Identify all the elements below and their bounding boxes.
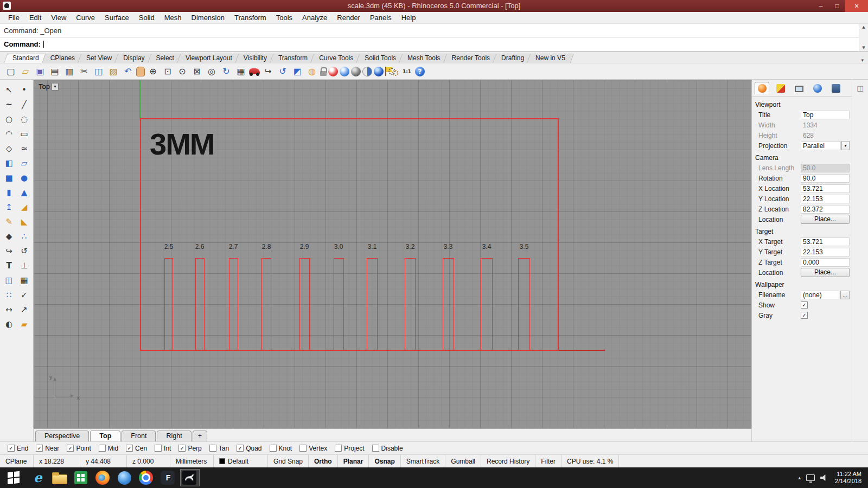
ghosted-display-icon[interactable] [351, 67, 361, 76]
leader-icon[interactable]: ↗ [17, 302, 32, 317]
scroll-up-icon[interactable]: ▲ [862, 25, 865, 29]
rotate-view-icon[interactable]: ↻ [220, 65, 233, 79]
osnap-mid[interactable]: Mid [99, 445, 118, 452]
command-input[interactable]: Command: [0, 38, 868, 51]
internet-explorer-icon[interactable]: e [28, 469, 48, 486]
options-gears-icon[interactable] [388, 66, 399, 77]
field-x-location[interactable]: 53.721 [801, 184, 850, 193]
fillet-icon[interactable]: ◢ [17, 200, 32, 214]
cplane-tool-icon[interactable]: ⊥ [17, 258, 32, 273]
status-ortho[interactable]: Ortho [309, 455, 338, 467]
field-projection[interactable]: Parallel [801, 142, 841, 150]
toolbar-tab-transform[interactable]: Transform [271, 54, 315, 63]
status-default[interactable]: Default [214, 455, 268, 467]
green-app-icon[interactable] [72, 469, 91, 486]
status-grid-snap[interactable]: Grid Snap [268, 455, 309, 467]
field-x-target[interactable]: 53.721 [801, 237, 850, 246]
box-icon[interactable]: ■ [2, 170, 17, 185]
network-icon[interactable] [806, 474, 815, 481]
pan-hand-icon[interactable] [136, 67, 145, 76]
libraries-panel-tab[interactable] [828, 82, 843, 94]
toolbar-tab-solid-tools[interactable]: Solid Tools [358, 54, 403, 63]
restore-button[interactable]: □ [829, 0, 845, 12]
surface-icon[interactable]: ◧ [2, 156, 17, 170]
select-arrow-icon[interactable]: ↖ [2, 82, 17, 97]
osnap-disable[interactable]: Disable [372, 445, 403, 452]
pencil-icon[interactable]: ✎ [2, 214, 17, 229]
osnap-point[interactable]: ✓Point [67, 445, 91, 452]
cylinder-icon[interactable]: ▮ [2, 185, 17, 200]
toolbar-tab-select[interactable]: Select [149, 54, 181, 63]
field-filename[interactable]: (none) [801, 291, 839, 299]
toolbar-tab-render-tools[interactable]: Render Tools [445, 54, 497, 63]
zoom-extents-icon[interactable]: ⊠ [190, 65, 203, 79]
fusion360-icon[interactable]: F [158, 469, 178, 486]
viewport-title-menu[interactable]: Top ▾ [39, 82, 59, 91]
new-file-icon[interactable]: ▢ [4, 65, 17, 79]
rectangle-icon[interactable]: ▭ [17, 126, 32, 141]
menu-transform[interactable]: Transform [229, 12, 271, 23]
dropdown-arrow-icon[interactable]: ▾ [841, 141, 850, 150]
field-y-location[interactable]: 22.153 [801, 195, 850, 203]
drop-icon[interactable]: ◆ [2, 229, 17, 243]
dynamic-zoom-icon[interactable]: ⊕ [146, 65, 159, 79]
lock-icon[interactable] [320, 71, 327, 76]
field-title[interactable]: Top [801, 111, 850, 119]
menu-render[interactable]: Render [332, 12, 365, 23]
toolbar-tab-standard[interactable]: Standard [5, 54, 46, 63]
array-icon[interactable]: ∷ [2, 287, 17, 302]
cone-icon[interactable]: ▲ [17, 185, 32, 200]
viewport-title[interactable]: Top [39, 82, 50, 91]
field-z-target[interactable]: 0.000 [801, 258, 850, 267]
osnap-near[interactable]: ✓Near [36, 445, 59, 452]
checkbox-show[interactable]: ✓ [801, 301, 808, 309]
visibility-icon[interactable]: ◐ [2, 317, 17, 331]
status-osnap[interactable]: Osnap [369, 455, 400, 467]
taskbar-clock[interactable]: 11:22 AM2/14/2018 [835, 471, 861, 485]
toolbar-tab-new-in-v5[interactable]: New in V5 [528, 54, 572, 63]
minimize-button[interactable]: – [813, 0, 829, 12]
split-icon[interactable]: ◫ [2, 273, 17, 287]
status-smarttrack[interactable]: SmartTrack [401, 455, 446, 467]
toolbar-tab-curve-tools[interactable]: Curve Tools [312, 54, 360, 63]
toolbar-tab-mesh-tools[interactable]: Mesh Tools [400, 54, 447, 63]
rendered-display-icon[interactable] [362, 67, 372, 76]
scroll-down-icon[interactable]: ▼ [862, 46, 865, 50]
viewport-tab-right[interactable]: Right [157, 431, 191, 441]
toolbar-tab-viewport-layout[interactable]: Viewport Layout [178, 54, 239, 63]
chrome-icon[interactable] [137, 469, 156, 486]
raytraced-display-icon[interactable] [374, 67, 384, 76]
osnap-vertex[interactable]: Vertex [299, 445, 327, 452]
viewport-tab-front[interactable]: Front [122, 431, 156, 441]
osnap-quad[interactable]: ✓Quad [237, 445, 261, 452]
arc-icon[interactable]: ◠ [2, 126, 17, 141]
open-file-icon[interactable]: ▱ [19, 65, 32, 79]
browse-button[interactable]: ... [840, 291, 850, 299]
zoom-selected-icon[interactable]: ⊙ [176, 65, 189, 79]
undo-view-icon[interactable]: ↺ [276, 65, 289, 79]
new-viewport-tab[interactable]: + [193, 431, 207, 441]
menu-tools[interactable]: Tools [271, 12, 297, 23]
toolbar-tab-visibility[interactable]: Visibility [237, 54, 274, 63]
scale-1to1-icon[interactable]: 1:1 [400, 65, 413, 79]
status-record-history[interactable]: Record History [481, 455, 535, 467]
toolbar-tab-cplanes[interactable]: CPlanes [43, 54, 82, 63]
save-file-icon[interactable]: ▣ [34, 65, 47, 79]
tray-expand-icon[interactable]: ▴ [799, 475, 801, 480]
history-hook-icon[interactable]: ↪ [261, 65, 275, 79]
toolbar-tab-drafting[interactable]: Drafting [494, 54, 531, 63]
zoom-window-icon[interactable]: ⊡ [161, 65, 174, 79]
osnap-tan[interactable]: Tan [209, 445, 229, 452]
blue-globe-icon[interactable] [115, 469, 135, 486]
button-place[interactable]: Place... [801, 215, 850, 224]
menu-analyze[interactable]: Analyze [297, 12, 332, 23]
ellipse-icon[interactable]: ◌ [17, 112, 32, 126]
properties-panel-tab[interactable] [755, 82, 769, 94]
osnap-int[interactable]: Int [155, 445, 171, 452]
status-millimeters[interactable]: Millimeters [170, 455, 214, 467]
checkbox-gray[interactable]: ✓ [801, 312, 808, 319]
shaded-display-icon[interactable] [340, 67, 349, 76]
curve-hook-icon[interactable]: ↪ [2, 243, 17, 258]
menu-dimension[interactable]: Dimension [187, 12, 229, 23]
light-icon[interactable]: ◍ [305, 65, 318, 79]
